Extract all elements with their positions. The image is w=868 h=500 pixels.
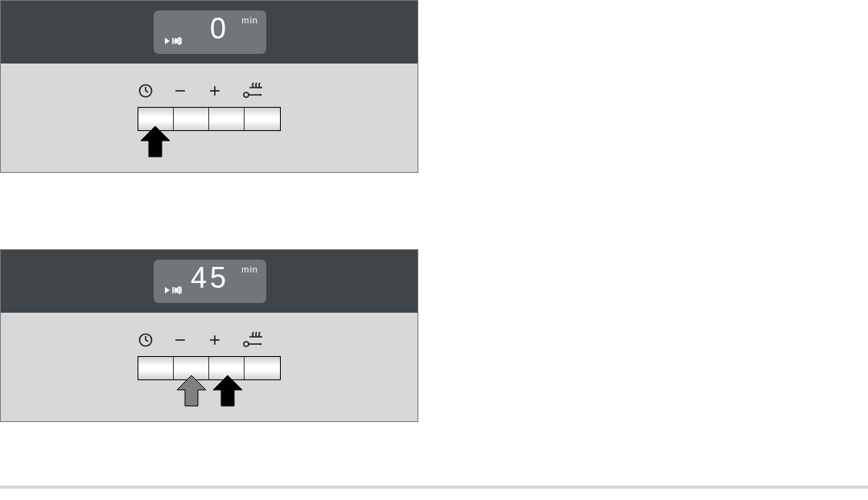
display-strip: 45min — [1, 250, 418, 313]
heat-key-button[interactable] — [245, 357, 280, 379]
press-arrow-icon — [139, 126, 171, 158]
svg-point-14 — [260, 94, 261, 96]
clock-icon — [138, 332, 154, 351]
svg-line-7 — [146, 91, 148, 92]
minus-icon — [172, 332, 188, 351]
lcd-value: 45 — [191, 261, 229, 295]
press-arrow-icon — [212, 375, 244, 408]
lcd-display: 45min — [154, 260, 266, 303]
lcd-unit: min — [241, 15, 258, 25]
play-end-icon — [165, 284, 186, 298]
heat-key-button[interactable] — [245, 108, 280, 130]
svg-point-12 — [244, 92, 249, 97]
plus-button[interactable] — [209, 108, 245, 130]
svg-marker-32 — [213, 375, 242, 406]
button-labels-row — [138, 81, 264, 104]
heat-key-icon — [241, 81, 264, 104]
plus-icon — [207, 332, 223, 351]
display-strip: 0min — [1, 1, 418, 64]
button-labels-row — [138, 330, 264, 353]
appliance-panel: 45min — [0, 249, 418, 422]
play-end-icon — [165, 35, 186, 49]
clock-button[interactable] — [138, 357, 174, 379]
svg-marker-0 — [165, 38, 170, 44]
svg-marker-31 — [177, 375, 206, 406]
svg-marker-16 — [165, 287, 170, 293]
minus-icon — [172, 83, 188, 102]
footer-divider — [0, 486, 868, 489]
svg-point-28 — [244, 342, 249, 346]
lcd-value: 0 — [210, 12, 229, 46]
svg-line-23 — [146, 340, 148, 342]
plus-icon — [207, 83, 223, 102]
button-row — [138, 356, 281, 380]
minus-button[interactable] — [174, 108, 209, 130]
controls-area — [1, 64, 418, 172]
lcd-unit: min — [241, 264, 258, 274]
controls-area — [1, 313, 418, 421]
lcd-display: 0min — [154, 10, 266, 54]
svg-point-30 — [260, 343, 261, 345]
press-arrow-icon — [175, 375, 208, 408]
clock-icon — [138, 83, 154, 102]
heat-key-icon — [241, 330, 264, 353]
appliance-panel: 0min — [0, 0, 418, 173]
svg-marker-15 — [141, 126, 170, 157]
